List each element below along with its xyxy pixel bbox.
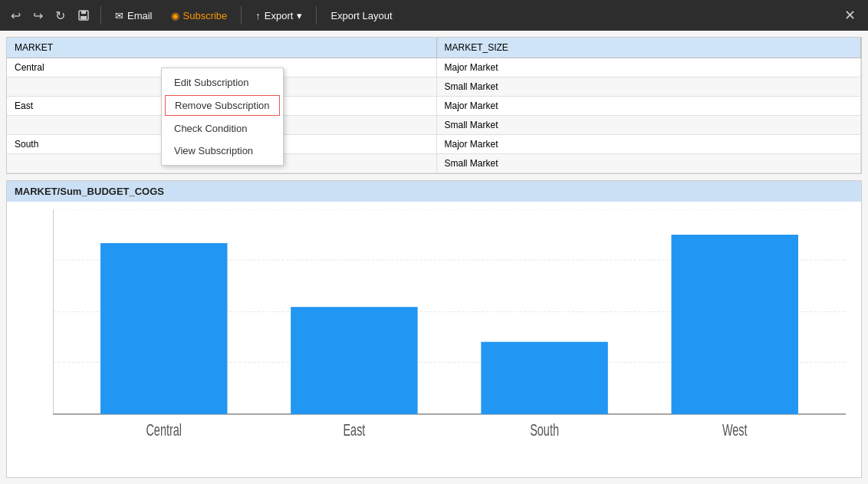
email-button[interactable]: ✉ Email [107,7,160,25]
col-header-market: MARKET [7,38,436,58]
export-layout-label: Export Layout [330,10,392,21]
email-icon: ✉ [115,10,123,21]
bar-south [481,342,607,414]
menu-item-remove-subscription[interactable]: Remove Subscription [165,95,280,116]
menu-item-edit-subscription[interactable]: Edit Subscription [162,71,283,94]
cell-size: Major Market [436,97,861,116]
main-content: MARKET MARKET_SIZE Central Major Market … [0,31,868,484]
export-chevron-icon: ▾ [297,10,302,21]
subscribe-label: Subscribe [183,10,228,21]
table-row: South Major Market [7,135,861,154]
svg-text:Central: Central [146,420,182,440]
table-row: Small Market [7,154,861,173]
close-button[interactable]: ✕ [838,4,862,27]
bar-west [672,235,798,414]
table-row: Small Market [7,116,861,135]
subscribe-button[interactable]: ◉ Subscribe [163,7,235,25]
separator-1 [100,6,101,25]
col-header-market-size: MARKET_SIZE [436,38,861,58]
cell-size: Small Market [436,116,861,135]
table-row: Central Major Market [7,58,861,77]
data-table-section: MARKET MARKET_SIZE Central Major Market … [6,37,862,174]
svg-text:South: South [530,420,559,440]
table-row: East Major Market [7,97,861,116]
separator-3 [316,6,317,25]
bar-central [100,243,227,414]
export-layout-button[interactable]: Export Layout [323,7,399,25]
cell-size: Small Market [436,77,861,97]
svg-text:East: East [343,420,366,440]
chart-area: 120,000 90,000 60,000 30,000 0 Central E… [7,202,861,473]
export-icon: ↑ [255,10,261,21]
cell-size: Major Market [436,135,861,154]
chart-section: MARKET/Sum_BUDGET_COGS 120,000 90,000 60… [6,180,862,478]
table-row: Small Market [7,77,861,97]
data-table: MARKET MARKET_SIZE Central Major Market … [7,38,861,173]
svg-rect-1 [81,11,86,14]
refresh-button[interactable]: ↻ [51,5,70,26]
undo-button[interactable]: ↩ [6,5,25,26]
email-label: Email [127,10,153,21]
save-button[interactable] [73,6,94,25]
context-menu: Edit Subscription Remove Subscription Ch… [161,67,284,166]
menu-item-view-subscription[interactable]: View Subscription [162,140,283,162]
svg-text:West: West [722,420,748,440]
cell-size: Small Market [436,154,861,173]
export-button[interactable]: ↑ Export ▾ [248,7,310,25]
redo-button[interactable]: ↪ [28,5,48,26]
toolbar: ↩ ↪ ↻ ✉ Email ◉ Subscribe ↑ Export ▾ Exp… [0,0,868,31]
bar-chart: 120,000 90,000 60,000 30,000 0 Central E… [53,209,846,450]
svg-rect-2 [81,16,87,19]
export-label: Export [265,10,294,21]
chart-title: MARKET/Sum_BUDGET_COGS [7,181,861,202]
menu-item-check-condition[interactable]: Check Condition [162,117,283,140]
separator-2 [241,6,242,25]
bar-east [291,307,417,414]
subscribe-icon: ◉ [171,10,179,21]
cell-size: Major Market [436,58,861,77]
